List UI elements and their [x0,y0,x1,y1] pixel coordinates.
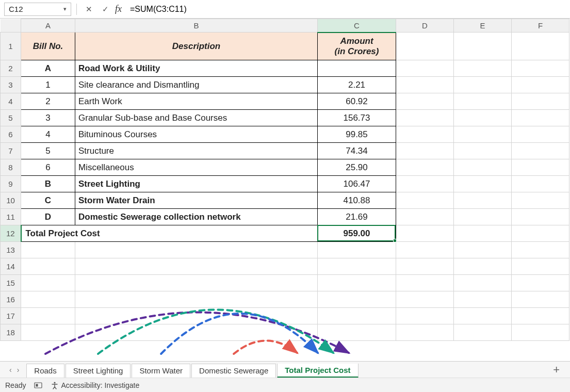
cell-A5[interactable]: 3 [21,110,75,126]
cell-F10[interactable] [512,192,569,209]
cell-D13[interactable] [396,242,454,258]
cell-D18[interactable] [396,324,454,341]
cell-F7[interactable] [512,143,569,159]
col-header-C[interactable]: C [318,19,396,32]
cell-C6[interactable]: 99.85 [318,126,396,143]
cell-C1[interactable]: Amount(in Crores) [318,32,396,60]
row-header-1[interactable]: 1 [1,32,21,60]
formula-input[interactable] [128,4,566,15]
cell-A1[interactable]: Bill No. [21,32,75,60]
spreadsheet-grid[interactable]: ABCDEF1Bill No.DescriptionAmount(in Cror… [0,19,570,357]
cell-B7[interactable]: Structure [75,143,318,159]
cell-A13[interactable] [21,242,75,258]
cell-A7[interactable]: 5 [21,143,75,159]
cell-D5[interactable] [396,110,454,126]
row-header-6[interactable]: 6 [1,126,21,143]
col-header-A[interactable]: A [21,19,75,32]
cell-A15[interactable] [21,275,75,291]
cell-B16[interactable] [75,291,318,308]
cell-A11[interactable]: D [21,209,75,225]
cell-E15[interactable] [454,275,512,291]
cell-B3[interactable]: Site clearance and Dismantling [75,77,318,93]
cell-F15[interactable] [512,275,569,291]
row-header-2[interactable]: 2 [1,60,21,77]
cell-E2[interactable] [454,60,512,77]
col-header-E[interactable]: E [454,19,512,32]
cell-C12[interactable]: 959.00 [318,225,396,242]
cell-F12[interactable] [512,225,569,242]
cell-D4[interactable] [396,93,454,110]
cell-C4[interactable]: 60.92 [318,93,396,110]
row-header-4[interactable]: 4 [1,93,21,110]
cell-E6[interactable] [454,126,512,143]
cell-D1[interactable] [396,32,454,60]
name-box[interactable]: C12 ▾ [4,3,71,16]
row-header-14[interactable]: 14 [1,258,21,275]
row-header-18[interactable]: 18 [1,324,21,341]
sheet-tab-street-lighting[interactable]: Street Lighting [66,364,131,378]
sheet-tab-domestic-sewerage[interactable]: Domestic Sewerage [191,364,276,378]
add-sheet-button[interactable]: + [546,363,567,377]
cell-C2[interactable] [318,60,396,77]
cell-A2[interactable]: A [21,60,75,77]
cell-D17[interactable] [396,308,454,324]
cell-A9[interactable]: B [21,176,75,192]
cancel-icon[interactable]: ✕ [82,3,95,15]
cell-D16[interactable] [396,291,454,308]
cell-D6[interactable] [396,126,454,143]
cell-C10[interactable]: 410.88 [318,192,396,209]
cell-C18[interactable] [318,324,396,341]
cell-A14[interactable] [21,258,75,275]
cell-D3[interactable] [396,77,454,93]
cell-F1[interactable] [512,32,569,60]
cell-C13[interactable] [318,242,396,258]
cell-F3[interactable] [512,77,569,93]
cell-B6[interactable]: Bituminous Courses [75,126,318,143]
cell-A4[interactable]: 2 [21,93,75,110]
cell-F13[interactable] [512,242,569,258]
cell-A3[interactable]: 1 [21,77,75,93]
row-header-12[interactable]: 12 [1,225,21,242]
cell-E3[interactable] [454,77,512,93]
row-header-7[interactable]: 7 [1,143,21,159]
confirm-icon[interactable]: ✓ [99,3,112,15]
cell-F6[interactable] [512,126,569,143]
cell-C9[interactable]: 106.47 [318,176,396,192]
cell-E5[interactable] [454,110,512,126]
row-header-17[interactable]: 17 [1,308,21,324]
tab-prev-icon[interactable]: ‹ [9,366,12,374]
cell-B5[interactable]: Granular Sub-base and Base Courses [75,110,318,126]
cell-D11[interactable] [396,209,454,225]
cell-D2[interactable] [396,60,454,77]
cell-E17[interactable] [454,308,512,324]
cell-C5[interactable]: 156.73 [318,110,396,126]
cell-F9[interactable] [512,176,569,192]
cell-D10[interactable] [396,192,454,209]
row-header-15[interactable]: 15 [1,275,21,291]
cell-E12[interactable] [454,225,512,242]
sheet-tab-total-project-cost[interactable]: Total Project Cost [277,364,358,378]
chevron-down-icon[interactable]: ▾ [63,6,67,12]
row-header-10[interactable]: 10 [1,192,21,209]
cell-B11[interactable]: Domestic Sewerage collection network [75,209,318,225]
cell-F14[interactable] [512,258,569,275]
cell-E18[interactable] [454,324,512,341]
cell-F17[interactable] [512,308,569,324]
cell-C8[interactable]: 25.90 [318,159,396,176]
col-header-D[interactable]: D [396,19,454,32]
cell-D8[interactable] [396,159,454,176]
cell-B18[interactable] [75,324,318,341]
cell-C7[interactable]: 74.34 [318,143,396,159]
cell-B10[interactable]: Storm Water Drain [75,192,318,209]
cell-C15[interactable] [318,275,396,291]
cell-B15[interactable] [75,275,318,291]
row-header-8[interactable]: 8 [1,159,21,176]
col-header-B[interactable]: B [75,19,318,32]
fx-icon[interactable]: fx [115,4,122,14]
cell-B14[interactable] [75,258,318,275]
cell-A10[interactable]: C [21,192,75,209]
cell-E4[interactable] [454,93,512,110]
cell-D15[interactable] [396,275,454,291]
row-header-16[interactable]: 16 [1,291,21,308]
cell-D9[interactable] [396,176,454,192]
